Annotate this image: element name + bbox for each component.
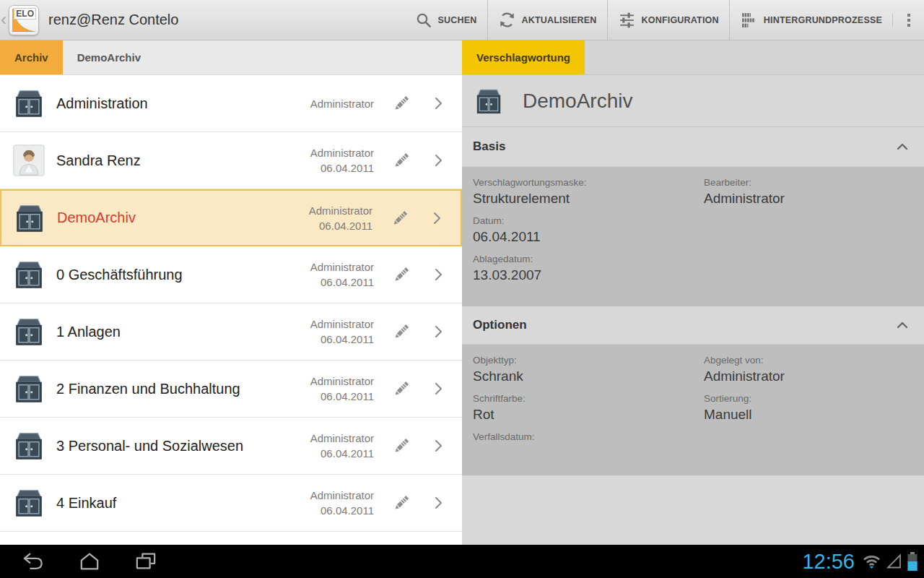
chevron-right-icon[interactable] (420, 210, 453, 227)
field-label: Datum: (473, 215, 704, 226)
item-title: 2 Finanzen und Buchhaltung (56, 381, 310, 397)
konfiguration-button[interactable]: KONFIGURATION (607, 0, 729, 40)
field-value: Strukturelement (473, 191, 704, 207)
window-title: renz@Renz Contelo (48, 12, 178, 28)
item-editor: Administrator (310, 374, 374, 389)
chevron-right-icon[interactable] (422, 380, 455, 397)
list-item[interactable]: 0 Geschäftsführung Administrator 06.04.2… (0, 246, 462, 303)
field-label: Schriftfarbe: (473, 393, 704, 404)
detail-field: Verfallsdatum: (473, 431, 704, 461)
list-item[interactable]: 3 Personal- und Sozialwesen Administrato… (0, 418, 462, 475)
item-date: 06.04.2011 (310, 446, 374, 461)
chevron-up-icon (894, 138, 911, 155)
recents-nav-icon[interactable] (130, 549, 162, 574)
edit-pencil-icon[interactable] (381, 493, 422, 512)
edit-pencil-icon[interactable] (381, 94, 422, 113)
elo-app-screen: ‹ ELO renz@Renz Contelo SUCHEN (0, 0, 924, 578)
chevron-right-icon[interactable] (422, 266, 455, 283)
field-value: Rot (473, 407, 704, 423)
item-meta: Administrator 06.04.2011 (310, 374, 374, 404)
item-date: 06.04.2011 (309, 218, 372, 233)
field-value: 06.04.2011 (473, 229, 704, 245)
hintergrundprozesse-button[interactable]: HINTERGRUNDPROZESSE (729, 0, 892, 40)
field-label: Verfallsdatum: (473, 431, 704, 442)
detail-field: Objekttyp: Schrank (473, 355, 704, 384)
aktualisieren-button[interactable]: AKTUALISIEREN (487, 0, 607, 40)
chevron-right-icon[interactable] (422, 437, 455, 454)
cabinet-icon (12, 316, 46, 348)
cabinet-icon (12, 202, 47, 234)
list-item[interactable]: 1 Anlagen Administrator 06.04.2011 (0, 303, 462, 361)
field-value: Administrator (704, 191, 924, 207)
item-date: 06.04.2011 (310, 389, 374, 404)
tab-verschlagwortung[interactable]: Verschlagwortung (462, 40, 585, 74)
sliders-icon (618, 11, 636, 29)
action-buttons: SUCHEN AKTUALISIEREN (405, 0, 892, 40)
action-bar: ‹ ELO renz@Renz Contelo SUCHEN (0, 0, 924, 40)
processes-icon (740, 11, 758, 29)
detail-sections: Basis Verschlagwortungsmaske: Strukturel… (462, 127, 924, 475)
chevron-right-icon[interactable] (422, 494, 455, 512)
edit-pencil-icon[interactable] (381, 265, 422, 284)
list-item[interactable]: 2 Finanzen und Buchhaltung Administrator… (0, 361, 462, 418)
home-nav-icon[interactable] (74, 549, 105, 574)
back-nav-icon[interactable] (17, 549, 49, 574)
left-tab-bar: Archiv DemoArchiv (0, 40, 462, 75)
item-date: 06.04.2011 (310, 160, 374, 176)
field-label: Objekttyp: (473, 355, 704, 366)
refresh-icon (498, 11, 516, 29)
list-item[interactable]: DemoArchiv Administrator 06.04.2011 (0, 189, 462, 246)
chevron-right-icon[interactable] (422, 152, 455, 169)
chevron-up-icon (894, 316, 911, 334)
list-item[interactable]: 4 Einkauf Administrator 06.04.2011 (0, 475, 462, 532)
field-value: Manuell (704, 407, 924, 423)
list-item[interactable]: Administration Administrator (0, 75, 462, 132)
item-meta: Administrator 06.04.2011 (310, 431, 374, 461)
item-editor: Administrator (310, 316, 374, 332)
up-chevron-icon[interactable]: ‹ (1, 11, 6, 28)
edit-pencil-icon[interactable] (381, 151, 422, 170)
detail-title: DemoArchiv (523, 90, 632, 113)
section-header-basis[interactable]: Basis (462, 127, 924, 167)
person-icon (12, 144, 46, 176)
right-tab-bar: Verschlagwortung (462, 40, 924, 75)
cabinet-icon (474, 87, 504, 116)
field-label: Sortierung: (704, 393, 924, 404)
edit-pencil-icon[interactable] (381, 436, 422, 455)
field-value: 13.03.2007 (473, 267, 704, 283)
overflow-menu-icon[interactable] (892, 14, 924, 27)
signal-icon (886, 553, 902, 569)
detail-field: Sortierung: Manuell (704, 393, 924, 423)
tab-demoarchiv[interactable]: DemoArchiv (63, 40, 155, 74)
chevron-right-icon[interactable] (422, 95, 455, 112)
item-title: 4 Einkauf (56, 495, 310, 512)
edit-pencil-icon[interactable] (380, 209, 420, 228)
field-value: Schrank (473, 368, 704, 384)
item-meta: Administrator 06.04.2011 (310, 145, 374, 176)
detail-field: Bearbeiter: Administrator (704, 177, 924, 207)
section-header-optionen[interactable]: Optionen (462, 306, 924, 345)
wifi-icon (862, 553, 881, 570)
detail-field: Schriftfarbe: Rot (473, 393, 704, 423)
item-editor: Administrator (310, 96, 374, 111)
field-label: Abgelegt von: (704, 355, 924, 366)
cabinet-icon (12, 487, 46, 519)
elo-logo-text: ELO (14, 8, 36, 20)
detail-section: Basis Verschlagwortungsmaske: Strukturel… (462, 127, 924, 306)
suchen-button[interactable]: SUCHEN (405, 0, 487, 40)
edit-pencil-icon[interactable] (381, 322, 422, 341)
clock: 12:56 (802, 550, 855, 574)
item-title: Administration (56, 95, 310, 112)
chevron-right-icon[interactable] (422, 323, 455, 340)
item-date: 06.04.2011 (310, 332, 374, 347)
edit-pencil-icon[interactable] (381, 379, 422, 398)
section-title: Basis (473, 139, 505, 154)
item-title: 3 Personal- und Sozialwesen (56, 438, 310, 454)
elo-logo[interactable]: ELO (9, 5, 39, 35)
detail-field: Abgelegt von: Administrator (704, 355, 924, 384)
tab-archiv[interactable]: Archiv (0, 40, 63, 74)
item-meta: Administrator 06.04.2011 (310, 259, 374, 290)
list-item[interactable]: Sandra Renz Administrator 06.04.2011 (0, 132, 462, 189)
item-editor: Administrator (309, 203, 372, 218)
archive-list-panel: Archiv DemoArchiv Administration (0, 40, 462, 545)
